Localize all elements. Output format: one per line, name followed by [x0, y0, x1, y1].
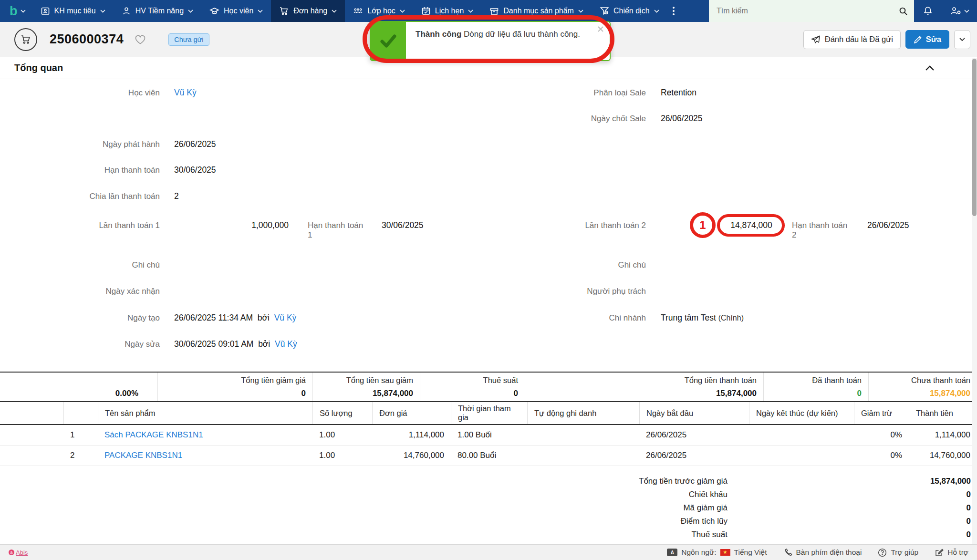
- row-price: 14,760,000: [372, 451, 451, 460]
- language-switcher[interactable]: A Ngôn ngữ: ★ Tiếng Việt: [667, 548, 767, 557]
- help-button[interactable]: Trợ giúp: [878, 548, 918, 557]
- payment2-due-value: 26/06/2025: [867, 220, 909, 230]
- row-index: 2: [63, 451, 98, 460]
- created-by-word: bởi: [258, 313, 270, 322]
- nav-item-don-hang[interactable]: Đơn hàng: [271, 0, 345, 22]
- payment1-due-value: 30/06/2025: [382, 220, 424, 230]
- chevron-down-icon: [578, 10, 583, 13]
- summary-value: 0.00%: [7, 389, 138, 398]
- nav-item-label: Đơn hàng: [293, 7, 327, 15]
- search-icon[interactable]: [898, 6, 908, 16]
- abis-logo-icon: a: [9, 550, 14, 555]
- summary-cell-after-discount: Tổng tiền sau giảm 15,874,000: [312, 373, 420, 401]
- modified-value: 30/06/2025 09:01 AM bởi Vũ Kỳ: [174, 339, 297, 349]
- nav-item-danh-muc-san-pham[interactable]: Danh mục sản phẩm: [481, 0, 592, 22]
- sale-type-value: Retention: [661, 88, 696, 98]
- row-index: 1: [63, 430, 98, 440]
- vietnam-flag-icon: ★: [720, 549, 730, 556]
- field-label-created: Ngày tạo: [0, 313, 160, 323]
- row-duration: 1.00 Buổi: [451, 430, 527, 440]
- student-link[interactable]: Vũ Kỳ: [174, 88, 197, 98]
- created-by-link[interactable]: Vũ Kỳ: [274, 313, 297, 322]
- status-badge: Chưa gửi: [168, 33, 209, 46]
- field-label-sale-close: Ngày chốt Sale: [477, 114, 646, 124]
- heart-icon: [134, 34, 146, 45]
- nav-item-hoc-vien[interactable]: Học viên: [201, 0, 271, 22]
- field-label-note-left: Ghi chú: [0, 260, 160, 270]
- chevron-down-icon: [21, 10, 26, 13]
- products-table-header: Tên sản phẩm Số lượng Đơn giá Thời gian …: [0, 402, 977, 425]
- chevron-down-icon: [400, 10, 405, 13]
- phone-keyboard-label: Bàn phím điện thoại: [796, 548, 862, 557]
- field-label-assignee: Người phụ trách: [477, 287, 646, 296]
- summary-label: Tổng tiền giảm giá: [165, 376, 306, 385]
- payment-summary-band: 0.00% Tổng tiền giảm giá 0 Tổng tiền sau…: [0, 372, 977, 402]
- calendar-check-icon: [421, 6, 431, 16]
- favorite-button[interactable]: [134, 34, 146, 45]
- nav-item-kh-muc-tieu[interactable]: KH mục tiêu: [32, 0, 114, 22]
- chevron-down-icon: [468, 10, 473, 13]
- summary-label: Chưa thanh toán: [875, 376, 970, 385]
- summary-label: Đã thanh toán: [770, 376, 862, 385]
- support-button[interactable]: Hỗ trợ: [935, 548, 968, 557]
- nav-item-label: KH mục tiêu: [54, 7, 96, 15]
- support-label: Hỗ trợ: [947, 548, 968, 557]
- field-label-payment-due: Hạn thanh toán: [0, 166, 160, 175]
- edit-dropdown-button[interactable]: [954, 30, 970, 49]
- row-start-date: 26/06/2025: [639, 430, 749, 440]
- nav-item-label: Lịch hẹn: [435, 7, 464, 15]
- account-settings-button[interactable]: [942, 0, 977, 22]
- field-label-note-right: Ghi chú: [477, 260, 646, 270]
- group-icon: [353, 6, 363, 16]
- mark-sent-button[interactable]: Đánh dấu là Đã gửi: [803, 30, 901, 49]
- cart-icon: [279, 6, 289, 16]
- close-icon[interactable]: [597, 26, 604, 33]
- total-label-tax: Thuế suất: [489, 530, 728, 539]
- edit-button[interactable]: Sửa: [905, 30, 949, 49]
- summary-value: 0: [427, 389, 518, 398]
- col-index: [63, 402, 98, 424]
- summary-cell-unpaid: Chưa thanh toán 15,874,000: [868, 373, 977, 401]
- more-menu-button[interactable]: [667, 0, 680, 22]
- summary-cell-tax: Thuế suất 0: [420, 373, 525, 401]
- cart-icon: [20, 34, 31, 45]
- global-search: [709, 0, 914, 22]
- payment1-amount: 1,000,000: [174, 220, 289, 230]
- phone-keyboard-button[interactable]: Bàn phím điện thoại: [783, 548, 862, 557]
- row-name-cell: PACKAGE KNBS1N1: [98, 451, 312, 460]
- summary-cell-discount-percent: 0.00%: [0, 373, 157, 401]
- product-link[interactable]: Sách PACKAGE KNBS1N1: [104, 430, 203, 439]
- bottom-status-bar: a Abis A Ngôn ngữ: ★ Tiếng Việt Bàn phím…: [0, 544, 977, 560]
- nav-item-lich-hen[interactable]: Lịch hẹn: [413, 0, 482, 22]
- nav-right-group: [709, 0, 977, 22]
- summary-label: Thuế suất: [427, 376, 518, 385]
- question-circle-icon: [878, 548, 887, 557]
- search-input[interactable]: [717, 7, 898, 15]
- summary-value: 15,874,000: [320, 389, 413, 398]
- payment-due-value: 30/06/2025: [174, 165, 216, 175]
- row-qty: 1.00: [312, 451, 372, 460]
- total-value-tax: 0: [811, 530, 971, 539]
- nav-item-hv-tiem-nang[interactable]: HV Tiềm năng: [114, 0, 201, 22]
- nav-item-chien-dich[interactable]: Chiến dịch: [592, 0, 667, 22]
- total-value-discount: 0: [811, 490, 971, 499]
- app-logo[interactable]: b: [0, 0, 32, 22]
- summary-cell-total-payment: Tổng tiền thanh toán 15,874,000: [525, 373, 763, 401]
- col-select: [0, 402, 63, 424]
- collapse-section-button[interactable]: [925, 65, 934, 71]
- edit-square-icon: [935, 548, 944, 557]
- field-label-modified: Ngày sửa: [0, 340, 160, 349]
- branch-suffix: (Chính): [718, 314, 744, 322]
- product-box-icon: [489, 6, 499, 16]
- row-price: 1,114,000: [372, 430, 451, 440]
- scrollbar-thumb[interactable]: [972, 59, 977, 216]
- success-toast: Thành công Dòng dữ liệu đã lưu thành côn…: [370, 21, 611, 61]
- col-quantity: Số lượng: [312, 402, 372, 424]
- status-bar-right: A Ngôn ngữ: ★ Tiếng Việt Bàn phím điện t…: [667, 548, 968, 557]
- modified-by-link[interactable]: Vũ Kỳ: [275, 339, 297, 349]
- abis-brand-link[interactable]: a Abis: [9, 549, 28, 556]
- nav-item-lop-hoc[interactable]: Lớp học: [345, 0, 413, 22]
- summary-value: 15,874,000: [532, 389, 757, 398]
- notifications-button[interactable]: [914, 0, 942, 22]
- product-link[interactable]: PACKAGE KNBS1N1: [104, 451, 182, 460]
